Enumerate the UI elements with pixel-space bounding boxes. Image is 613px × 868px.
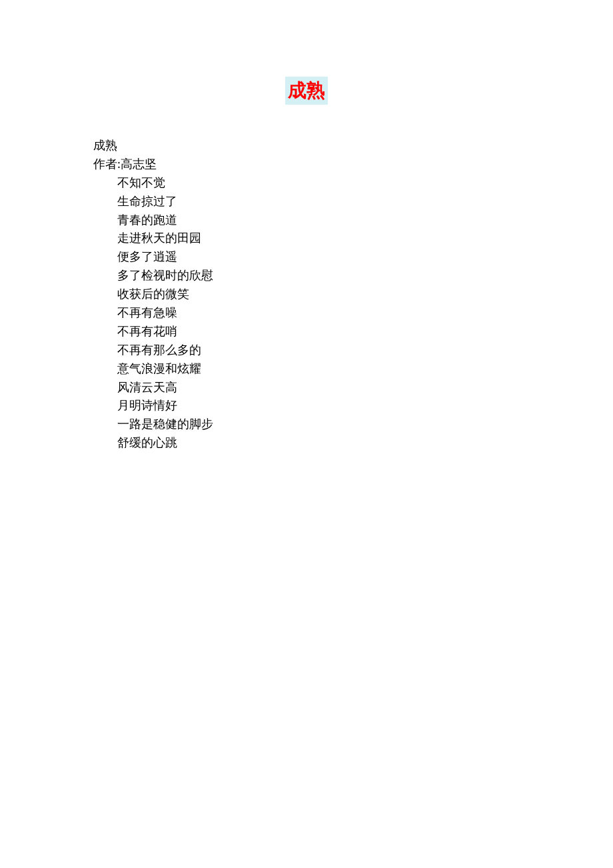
poem-line: 不再有花哨 xyxy=(117,323,613,341)
poem-line: 走进秋天的田园 xyxy=(117,229,613,248)
poem-title-line: 成熟 xyxy=(93,137,613,155)
poem-line: 生命掠过了 xyxy=(117,193,613,211)
poem-line: 不知不觉 xyxy=(117,174,613,193)
poem-line: 风清云天高 xyxy=(117,379,613,397)
poem-line: 便多了逍遥 xyxy=(117,248,613,267)
poem-line: 青春的跑道 xyxy=(117,211,613,230)
poem-line: 多了检视时的欣慰 xyxy=(117,267,613,285)
poem-line: 舒缓的心跳 xyxy=(117,434,613,453)
poem-line: 收获后的微笑 xyxy=(117,285,613,304)
poem-line: 不再有那么多的 xyxy=(117,341,613,360)
poem-line: 意气浪漫和炫耀 xyxy=(117,360,613,379)
poem-author-line: 作者:高志坚 xyxy=(93,155,613,174)
poem-line: 一路是稳健的脚步 xyxy=(117,415,613,434)
title-container: 成熟 xyxy=(0,0,613,105)
poem-body: 不知不觉 生命掠过了 青春的跑道 走进秋天的田园 便多了逍遥 多了检视时的欣慰 … xyxy=(93,174,613,453)
poem-line: 月明诗情好 xyxy=(117,397,613,415)
poem-content: 成熟 作者:高志坚 不知不觉 生命掠过了 青春的跑道 走进秋天的田园 便多了逍遥… xyxy=(0,105,613,453)
poem-line: 不再有急噪 xyxy=(117,304,613,323)
page-title: 成熟 xyxy=(285,77,328,105)
